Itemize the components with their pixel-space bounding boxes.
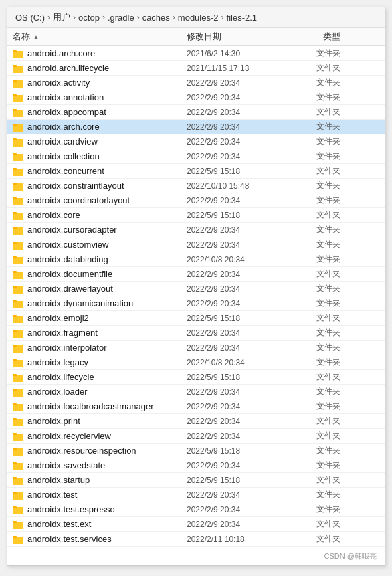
table-row[interactable]: androidx.test.services 2022/2/11 10:18 文… [7,532,385,547]
file-date-cell: 2022/2/9 20:34 [187,137,287,147]
svg-rect-45 [13,374,17,376]
table-row[interactable]: androidx.interpolator 2022/2/9 20:34 文件夹 [7,341,385,355]
file-date-cell: 2022/2/9 20:34 [187,520,287,529]
breadcrumb-item-2[interactable]: octop [78,13,100,23]
sort-arrow-icon: ▲ [33,33,39,41]
table-row[interactable]: androidx.documentfile 2022/2/9 20:34 文件夹 [7,267,385,282]
svg-rect-31 [13,271,17,273]
col-header-type[interactable]: 类型 [287,31,340,43]
file-name-text: androidx.appcompat [27,107,106,117]
table-row[interactable]: android.arch.lifecycle 2021/11/15 17:13 … [7,61,385,76]
table-row[interactable]: androidx.resourceinspection 2022/5/9 15:… [7,444,385,458]
table-row[interactable]: androidx.constraintlayout 2022/10/10 15:… [7,179,385,193]
table-row[interactable]: androidx.fragment 2022/2/9 20:34 文件夹 [7,326,385,341]
table-row[interactable]: androidx.savedstate 2022/2/9 20:34 文件夹 [7,458,385,473]
file-type-cell: 文件夹 [287,386,340,397]
svg-rect-13 [13,138,17,140]
folder-icon [13,387,23,397]
table-row[interactable]: androidx.legacy 2022/10/8 20:34 文件夹 [7,355,385,370]
file-type-cell: 文件夹 [287,209,340,221]
file-type-cell: 文件夹 [287,121,340,132]
svg-rect-49 [13,403,17,405]
table-row[interactable]: androidx.cardview 2022/2/9 20:34 文件夹 [7,134,385,149]
breadcrumb-item-4[interactable]: caches [142,13,170,23]
svg-rect-1 [13,50,17,52]
table-row[interactable]: androidx.emoji2 2022/5/9 15:18 文件夹 [7,311,385,326]
table-row[interactable]: androidx.collection 2022/2/9 20:34 文件夹 [7,149,385,164]
table-row[interactable]: android.arch.core 2021/6/2 14:30 文件夹 [7,46,385,61]
folder-icon [13,461,23,470]
file-name-text: androidx.loader [27,387,88,397]
col-header-date[interactable]: 修改日期 [187,31,287,43]
file-date-cell: 2022/2/9 20:34 [187,417,287,426]
folder-icon [13,240,23,250]
breadcrumb-item-3[interactable]: .gradle [108,13,134,23]
file-type-cell: 文件夹 [287,518,340,530]
table-row[interactable]: androidx.arch.core 2022/2/9 20:34 文件夹 [7,120,385,134]
breadcrumb-item-0[interactable]: OS (C:) [15,13,45,23]
file-name-text: androidx.annotation [27,92,104,102]
table-row[interactable]: androidx.drawerlayout 2022/2/9 20:34 文件夹 [7,282,385,296]
file-name-cell: androidx.interpolator [13,343,187,353]
table-row[interactable]: androidx.appcompat 2022/2/9 20:34 文件夹 [7,105,385,120]
folder-icon [13,225,23,235]
folder-icon [13,284,23,294]
table-row[interactable]: androidx.cursoradapter 2022/2/9 20:34 文件… [7,223,385,237]
file-name-text: androidx.startup [27,475,90,485]
file-name-text: androidx.emoji2 [27,313,89,323]
file-name-cell: androidx.loader [13,387,187,397]
file-name-cell: androidx.core [13,210,187,220]
svg-rect-41 [13,345,17,347]
file-name-cell: androidx.fragment [13,328,187,338]
breadcrumb-item-1[interactable]: 用户 [53,11,70,23]
table-row[interactable]: androidx.annotation 2022/2/9 20:34 文件夹 [7,90,385,105]
folder-icon [13,373,23,382]
breadcrumb-item-5[interactable]: modules-2 [178,13,219,23]
table-row[interactable]: androidx.test 2022/2/9 20:34 文件夹 [7,488,385,502]
table-row[interactable]: androidx.coordinatorlayout 2022/2/9 20:3… [7,193,385,208]
table-row[interactable]: androidx.core 2022/5/9 15:18 文件夹 [7,208,385,223]
table-row[interactable]: androidx.dynamicanimation 2022/2/9 20:34… [7,296,385,311]
table-row[interactable]: androidx.localbroadcastmanager 2022/2/9 … [7,399,385,414]
table-row[interactable]: androidx.concurrent 2022/5/9 15:18 文件夹 [7,164,385,179]
folder-icon [13,270,23,279]
breadcrumb-sep-5: › [221,13,224,22]
breadcrumb-sep-1: › [73,13,76,22]
svg-rect-15 [13,153,17,155]
file-type-cell: 文件夹 [287,445,340,456]
table-row[interactable]: androidx.databinding 2022/10/8 20:34 文件夹 [7,252,385,267]
file-date-cell: 2022/2/9 20:34 [187,225,287,235]
svg-rect-61 [13,492,17,494]
file-name-text: androidx.test [27,490,77,500]
table-row[interactable]: androidx.startup 2022/5/9 15:18 文件夹 [7,473,385,488]
table-row[interactable]: androidx.customview 2022/2/9 20:34 文件夹 [7,237,385,252]
table-row[interactable]: androidx.test.espresso 2022/2/9 20:34 文件… [7,502,385,517]
folder-icon [13,64,23,73]
table-row[interactable]: androidx.loader 2022/2/9 20:34 文件夹 [7,385,385,399]
file-date-cell: 2021/6/2 14:30 [187,49,287,58]
file-name-cell: androidx.appcompat [13,107,187,117]
svg-rect-9 [13,109,17,111]
file-rows-container: android.arch.core 2021/6/2 14:30 文件夹 and… [7,46,385,547]
table-row[interactable]: androidx.activity 2022/2/9 20:34 文件夹 [7,76,385,90]
file-date-cell: 2022/2/9 20:34 [187,402,287,411]
table-row[interactable]: androidx.lifecycle 2022/5/9 15:18 文件夹 [7,370,385,385]
file-type-cell: 文件夹 [287,180,340,191]
col-name-label: 名称 [13,31,30,43]
col-header-name[interactable]: 名称 ▲ [13,31,187,43]
file-type-cell: 文件夹 [287,62,340,74]
file-name-text: androidx.drawerlayout [27,284,113,294]
file-name-text: androidx.databinding [27,254,108,264]
file-name-text: androidx.print [27,416,80,426]
file-name-cell: androidx.documentfile [13,269,187,279]
file-name-text: androidx.recyclerview [27,431,111,441]
table-row[interactable]: androidx.print 2022/2/9 20:34 文件夹 [7,414,385,429]
svg-rect-47 [13,389,17,391]
file-name-text: androidx.concurrent [27,166,104,176]
svg-rect-17 [13,168,17,170]
table-row[interactable]: androidx.recyclerview 2022/2/9 20:34 文件夹 [7,429,385,444]
file-date-cell: 2022/2/9 20:34 [187,387,287,397]
folder-icon [13,476,23,485]
svg-rect-55 [13,448,17,450]
table-row[interactable]: androidx.test.ext 2022/2/9 20:34 文件夹 [7,517,385,532]
